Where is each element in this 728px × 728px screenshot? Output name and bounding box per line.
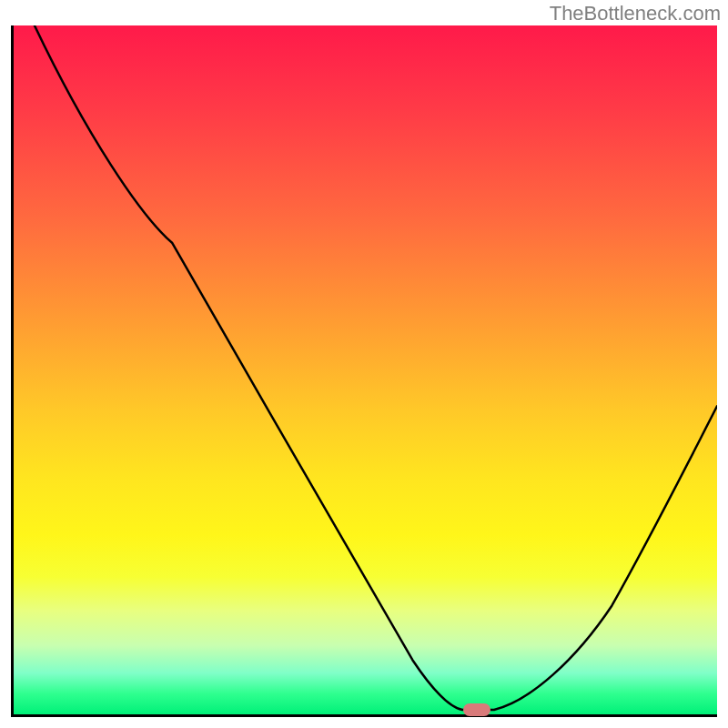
optimal-marker <box>463 703 490 716</box>
attribution-text: TheBottleneck.com <box>550 2 721 25</box>
bottleneck-curve <box>14 25 717 714</box>
curve-path <box>35 25 717 710</box>
chart-area <box>11 25 717 717</box>
